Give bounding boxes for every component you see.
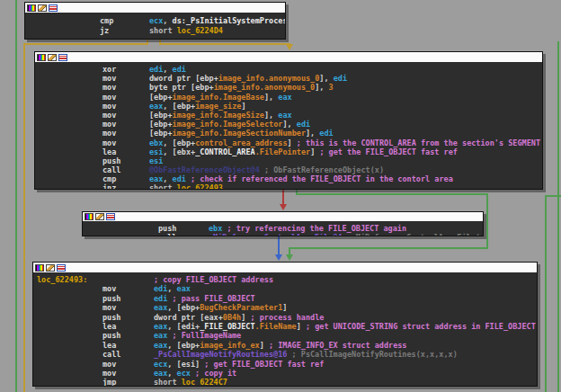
asm-token-plain: ,: [163, 174, 172, 183]
asm-line[interactable]: mov[ebp+image_info.ImageSize], eax: [35, 111, 542, 120]
asm-line[interactable]: moveax, [ebp+BugCheckParameter1]: [33, 303, 537, 312]
asm-code-block: pushebx ; try referencing the FILE_OBJEC…: [83, 222, 483, 236]
asm-line[interactable]: cmpeax, edi ; check if referenced the FI…: [35, 174, 542, 183]
graph-node-image-info-setup[interactable]: xoredi, edimovdword ptr [ebp+image_info.…: [34, 51, 543, 190]
asm-line[interactable]: leaeax, [ebp+image_info_ex] ; IMAGE_INFO…: [33, 341, 537, 350]
asm-operands: [ebp+image_info.ImageSize], eax: [149, 111, 292, 120]
node-titlebar[interactable]: [25, 3, 285, 13]
asm-token-plain: , [ebp+: [167, 341, 200, 350]
asm-token-name: _FILE_OBJECT: [200, 322, 254, 331]
asm-mnemonic: cmp: [100, 16, 113, 25]
asm-operands: [ebp+image_info.ImageBase], eax: [149, 93, 292, 102]
asm-token-reg: edi: [173, 65, 186, 74]
asm-line[interactable]: jzshort loc_6224D4: [25, 26, 285, 36]
asm-token-reg: ecx: [149, 16, 163, 25]
asm-line[interactable]: movebx, [ebp+control_area_address] ; thi…: [35, 138, 542, 147]
asm-line[interactable]: jmpshort loc_6224C7: [33, 378, 537, 387]
node-colors-icon[interactable]: [27, 4, 36, 12]
asm-token-loc: loc_622493: [177, 183, 223, 190]
asm-token-callp: _MiReferenceControlAreaFile@4: [209, 233, 342, 236]
asm-token-plain: , [ebp+: [163, 138, 195, 147]
asm-token-var: image_info.ImageSelector: [173, 120, 283, 129]
asm-line[interactable]: pushesi: [35, 156, 542, 165]
asm-line[interactable]: moveax, ecx ; copy it: [33, 369, 537, 378]
node-edit-icon[interactable]: [95, 213, 104, 220]
asm-operands: edi, edi: [149, 65, 186, 74]
node-edit-icon[interactable]: [46, 264, 55, 272]
asm-token-reg: esi: [149, 156, 163, 165]
asm-mnemonic: mov: [102, 74, 116, 83]
edge-jnz-taken-h1: [296, 193, 488, 195]
graph-node-loc-622493[interactable]: loc_622493:; copy FILE_OBJECT addressmov…: [32, 262, 538, 387]
asm-line[interactable]: loc_622493:; copy FILE_OBJECT address: [33, 275, 537, 284]
asm-line[interactable]: call_MiReferenceControlAreaFile@4 ; MiRe…: [83, 233, 483, 236]
asm-line[interactable]: moveax, [ebp+image_size]: [35, 102, 542, 111]
asm-line[interactable]: movdword ptr [ebp+image_info.anonymous_0…: [35, 74, 542, 83]
asm-token-cmt: ; get the FILE_OBJECT fast ref: [315, 147, 458, 156]
node-colors-icon[interactable]: [85, 213, 94, 220]
asm-mnemonic: push: [158, 224, 176, 233]
edge-jnz-taken-h2: [289, 247, 488, 249]
asm-line[interactable]: call_PsCallImageNotifyRoutines@16 ; PsCa…: [33, 350, 537, 359]
graph-view-canvas[interactable]: cmpecx, ds:_PsInitialSystemProcessjzshor…: [0, 0, 561, 392]
asm-line[interactable]: mov[ebp+image_info.ImageBase], eax: [35, 93, 542, 102]
asm-line[interactable]: leaesi, [ebx+_CONTROL_AREA.FilePointer] …: [35, 147, 542, 156]
node-titlebar[interactable]: [35, 52, 542, 63]
arrowhead-green-into-node4: [286, 254, 293, 261]
asm-line[interactable]: pushebx ; try referencing the FILE_OBJEC…: [83, 224, 483, 233]
asm-line[interactable]: jnzshort loc_622493: [35, 183, 542, 190]
node-text-view-icon[interactable]: [106, 213, 115, 220]
asm-token-plain: ],: [306, 129, 319, 138]
asm-mnemonic: push: [102, 156, 120, 165]
asm-line[interactable]: mov[ebp+image_info.ImageSelector], edi: [35, 120, 542, 129]
asm-line[interactable]: pusheax ; FullImageName: [33, 331, 537, 340]
node-text-view-icon[interactable]: [49, 4, 58, 12]
asm-token-reg: eax: [278, 111, 291, 120]
asm-token-cmt: ; copy it: [191, 369, 236, 378]
asm-line[interactable]: xoredi, edi: [35, 65, 542, 74]
asm-token-reg: eax: [154, 303, 167, 312]
asm-line[interactable]: leaeax, [edi+_FILE_OBJECT.FileName] ; ge…: [33, 322, 537, 331]
asm-token-cmt: ; get UNICODE_STRING struct address in F…: [301, 322, 536, 331]
node-titlebar[interactable]: [83, 212, 483, 222]
asm-line[interactable]: mov[ebp+image_info.ImageSectionNumber], …: [35, 129, 542, 138]
asm-mnemonic: lea: [102, 322, 116, 331]
asm-token-plain: byte ptr [ebp+: [149, 83, 214, 92]
asm-operands: ecx, ds:_PsInitialSystemProcess: [149, 16, 286, 25]
arrowhead-into-node2: [286, 44, 293, 50]
asm-operands: short loc_622493: [149, 183, 223, 190]
asm-token-callp: _PsCallImageNotifyRoutines@16: [154, 350, 287, 359]
asm-token-reg: ecx: [177, 369, 191, 378]
asm-token-var: image_info.ImageSize: [173, 111, 264, 120]
node-edit-icon[interactable]: [38, 4, 47, 12]
asm-token-reg: eax: [149, 102, 163, 111]
asm-mnemonic: mov: [102, 138, 116, 147]
asm-operands: @ObFastReferenceObject@4 ; ObFastReferen…: [149, 165, 384, 174]
asm-mnemonic: mov: [102, 303, 116, 312]
asm-operands: short loc_6224D4: [149, 26, 223, 35]
node-text-view-icon[interactable]: [57, 264, 66, 272]
asm-line[interactable]: call@ObFastReferenceObject@4 ; ObFastRef…: [35, 165, 542, 174]
asm-token-var: control_area_address: [195, 138, 287, 147]
asm-line[interactable]: movbyte ptr [ebp+image_info.anonymous_0]…: [35, 83, 542, 92]
asm-line[interactable]: movecx, [esi] ; get FILE_OBJECT fast ref: [33, 360, 537, 369]
node-titlebar[interactable]: [33, 263, 537, 273]
node-colors-icon[interactable]: [37, 54, 46, 61]
asm-token-loc: loc_6224C7: [182, 378, 227, 387]
asm-mnemonic: push: [102, 294, 120, 303]
asm-line[interactable]: movedi, eax: [33, 284, 537, 293]
node-text-view-icon[interactable]: [58, 54, 67, 61]
asm-token-plain: , [ebp+: [163, 102, 195, 111]
asm-code-block: loc_622493:; copy FILE_OBJECT addressmov…: [33, 273, 537, 387]
asm-token-var: image_info.anonymous_0: [218, 74, 320, 83]
graph-node-reference-control-area-file[interactable]: pushebx ; try referencing the FILE_OBJEC…: [82, 211, 484, 236]
asm-operands: eax, ecx ; copy it: [154, 369, 236, 378]
node-colors-icon[interactable]: [35, 264, 44, 272]
graph-node-cmp-psinitialsystemprocess[interactable]: cmpecx, ds:_PsInitialSystemProcessjzshor…: [24, 2, 286, 40]
asm-line[interactable]: pushdword ptr [eax+0B4h] ; process handl…: [33, 313, 537, 322]
asm-mnemonic: mov: [102, 369, 116, 378]
node-edit-icon[interactable]: [48, 54, 57, 61]
asm-line[interactable]: pushedi ; pass FILE_OBJECT: [33, 294, 537, 303]
asm-token-reg: eax: [154, 331, 167, 340]
asm-line[interactable]: cmpecx, ds:_PsInitialSystemProcess: [25, 16, 285, 26]
